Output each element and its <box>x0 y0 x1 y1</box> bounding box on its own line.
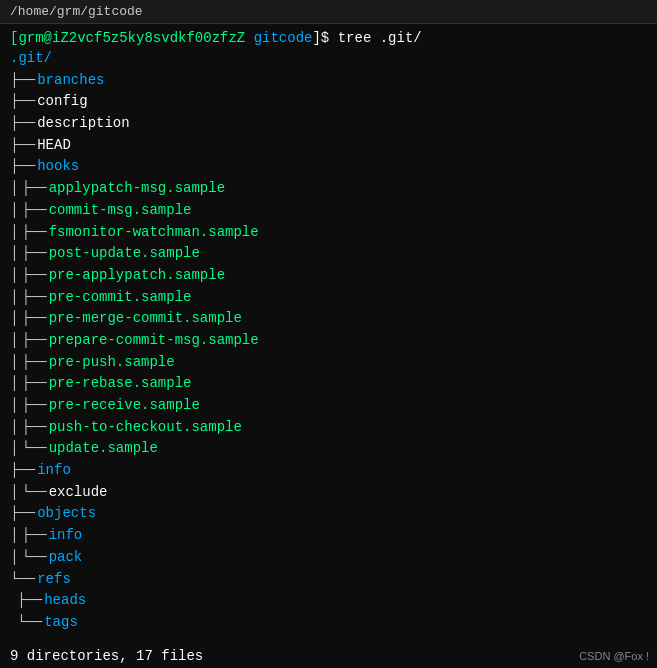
file-label: config <box>37 91 87 113</box>
file-label: pre-applypatch.sample <box>49 265 225 287</box>
tree-connector: ├── <box>21 330 46 352</box>
summary-line: 9 directories, 17 files <box>0 644 657 668</box>
dir-label: info <box>37 460 71 482</box>
list-item: │ ├── prepare-commit-msg.sample <box>10 330 647 352</box>
tree-connector: └── <box>10 569 35 591</box>
list-item: │ ├── pre-applypatch.sample <box>10 265 647 287</box>
dir-label: info <box>49 525 83 547</box>
file-label: push-to-checkout.sample <box>49 417 242 439</box>
list-item: │ ├── fsmonitor-watchman.sample <box>10 222 647 244</box>
tree-connector: └── <box>17 612 42 634</box>
prompt-line: [grm@iZ2vcf5z5ky8svdkf00zfzZ gitcode]$ t… <box>10 30 647 46</box>
tree-connector: ├── <box>17 590 42 612</box>
tree-connector: ├── <box>10 503 35 525</box>
file-label: pre-rebase.sample <box>49 373 192 395</box>
file-label: pre-commit.sample <box>49 287 192 309</box>
file-label: commit-msg.sample <box>49 200 192 222</box>
top-bar: /home/grm/gitcode <box>0 0 657 24</box>
list-item: ├── hooks <box>10 156 647 178</box>
dir-label: refs <box>37 569 71 591</box>
list-item: ├── heads <box>10 590 647 612</box>
tree-connector: ├── <box>21 200 46 222</box>
list-item: │ ├── commit-msg.sample <box>10 200 647 222</box>
file-label: exclude <box>49 482 108 504</box>
tree-connector: ├── <box>21 243 46 265</box>
dir-label: heads <box>44 590 86 612</box>
file-label: HEAD <box>37 135 71 157</box>
list-item: │ └── exclude <box>10 482 647 504</box>
file-label: prepare-commit-msg.sample <box>49 330 259 352</box>
tree-connector: ├── <box>21 525 46 547</box>
file-label: post-update.sample <box>49 243 200 265</box>
file-label: update.sample <box>49 438 158 460</box>
list-item: │ ├── pre-push.sample <box>10 352 647 374</box>
tree-connector: ├── <box>21 308 46 330</box>
tree-connector: ├── <box>10 91 35 113</box>
tree-connector: ├── <box>21 373 46 395</box>
dir-label: branches <box>37 70 104 92</box>
file-label: applypatch-msg.sample <box>49 178 225 200</box>
tree-connector: ├── <box>10 70 35 92</box>
list-item: ├── description <box>10 113 647 135</box>
list-item: └── refs <box>10 569 647 591</box>
list-item: │ ├── pre-rebase.sample <box>10 373 647 395</box>
file-label: pre-merge-commit.sample <box>49 308 242 330</box>
terminal-content: [grm@iZ2vcf5z5ky8svdkf00zfzZ gitcode]$ t… <box>0 24 657 644</box>
tree-connector: ├── <box>21 417 46 439</box>
list-item: │ ├── pre-commit.sample <box>10 287 647 309</box>
watermark: CSDN @Fox ! <box>579 650 649 662</box>
dir-label: hooks <box>37 156 79 178</box>
tree-connector: ├── <box>21 287 46 309</box>
list-item: ├── config <box>10 91 647 113</box>
list-item: └── tags <box>10 612 647 634</box>
list-item: │ └── pack <box>10 547 647 569</box>
file-label: pre-push.sample <box>49 352 175 374</box>
dir-label: pack <box>49 547 83 569</box>
dir-label: objects <box>37 503 96 525</box>
file-label: pre-receive.sample <box>49 395 200 417</box>
tree-connector: ├── <box>10 135 35 157</box>
tree-connector: └── <box>21 482 46 504</box>
prompt-command: tree .git/ <box>338 30 422 46</box>
prompt-user: [grm@iZ2vcf5z5ky8svdkf00zfzZ <box>10 30 245 46</box>
prompt-path: gitcode <box>254 30 313 46</box>
git-root-label: .git/ <box>10 48 52 70</box>
git-root-line: .git/ <box>10 48 647 70</box>
file-label: description <box>37 113 129 135</box>
file-label: fsmonitor-watchman.sample <box>49 222 259 244</box>
list-item: │ ├── info <box>10 525 647 547</box>
tree-connector: └── <box>21 438 46 460</box>
tree-connector: ├── <box>21 178 46 200</box>
list-item: ├── objects <box>10 503 647 525</box>
tree-connector: └── <box>21 547 46 569</box>
summary-text: 9 directories, 17 files <box>10 648 203 664</box>
list-item: │ ├── push-to-checkout.sample <box>10 417 647 439</box>
list-item: ├── HEAD <box>10 135 647 157</box>
list-item: │ ├── applypatch-msg.sample <box>10 178 647 200</box>
tree-connector: ├── <box>21 222 46 244</box>
tree-connector: ├── <box>21 352 46 374</box>
list-item: │ ├── post-update.sample <box>10 243 647 265</box>
list-item: │ ├── pre-receive.sample <box>10 395 647 417</box>
list-item: ├── info <box>10 460 647 482</box>
tree-connector: ├── <box>10 156 35 178</box>
tree-connector: ├── <box>21 395 46 417</box>
list-item: │ └── update.sample <box>10 438 647 460</box>
list-item: │ ├── pre-merge-commit.sample <box>10 308 647 330</box>
tree-connector: ├── <box>10 113 35 135</box>
list-item: ├── branches <box>10 70 647 92</box>
dir-label: tags <box>44 612 78 634</box>
tree-connector: ├── <box>10 460 35 482</box>
top-bar-text: /home/grm/gitcode <box>10 4 143 19</box>
tree-connector: ├── <box>21 265 46 287</box>
terminal-window: /home/grm/gitcode [grm@iZ2vcf5z5ky8svdkf… <box>0 0 657 668</box>
